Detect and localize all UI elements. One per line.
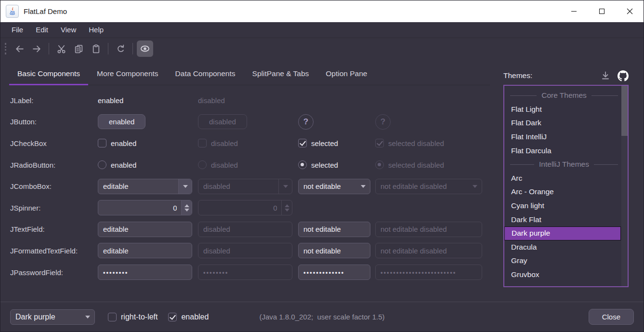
jcombobox-row-label: JComboBox: xyxy=(9,182,98,190)
combobox-disabled: disabled xyxy=(198,179,292,194)
java-app-icon xyxy=(6,5,19,18)
theme-item-selected[interactable]: Dark purple xyxy=(504,226,621,240)
enabled-checkbox[interactable] xyxy=(168,313,177,321)
titlebar: FlatLaf Demo xyxy=(0,0,644,22)
radio-selected[interactable] xyxy=(298,160,307,169)
password-field-not-editable-disabled xyxy=(375,265,482,280)
right-to-left-checkbox[interactable] xyxy=(108,313,117,321)
scissors-icon xyxy=(56,44,66,54)
refresh-icon xyxy=(116,44,126,54)
radio-disabled xyxy=(198,160,207,169)
app-window: FlatLaf Demo File Edit View Help xyxy=(0,0,644,332)
help-button-disabled: ? xyxy=(375,114,391,130)
components-panel: Basic Components More Components Data Co… xyxy=(9,59,490,302)
close-button[interactable]: Close xyxy=(589,309,634,325)
disabled-button: disabled xyxy=(198,114,247,129)
combobox-not-editable[interactable]: not editable xyxy=(298,179,370,194)
theme-item[interactable]: Flat Dark xyxy=(504,116,621,130)
theme-item[interactable]: Arc - Orange xyxy=(504,185,621,199)
theme-item[interactable]: Dracula xyxy=(504,240,621,254)
jlabel-row-label: JLabel: xyxy=(9,96,98,105)
forward-button[interactable] xyxy=(28,40,45,57)
menu-edit[interactable]: Edit xyxy=(29,22,54,38)
components-grid: JLabel: enabled disabled JButton: enable… xyxy=(9,90,490,283)
theme-item[interactable]: Gray xyxy=(504,254,621,268)
formatted-textfield-not-editable-disabled xyxy=(375,243,482,258)
eye-icon xyxy=(140,43,150,54)
jbutton-row-label: JButton: xyxy=(9,118,98,126)
theme-group-core: Core Themes xyxy=(504,89,621,103)
minimize-button[interactable] xyxy=(560,0,588,22)
password-field-disabled xyxy=(198,265,292,280)
theme-item[interactable]: Flat Light xyxy=(504,103,621,117)
show-details-toggle[interactable] xyxy=(137,40,153,57)
tab-basic-components[interactable]: Basic Components xyxy=(9,69,88,85)
password-field-not-editable[interactable] xyxy=(298,265,370,280)
formatted-textfield-disabled xyxy=(198,243,292,258)
theme-combobox[interactable]: Dark purple xyxy=(10,309,95,325)
theme-item[interactable]: Arc xyxy=(504,172,621,186)
theme-item[interactable]: Gruvbox xyxy=(504,268,621,282)
jpasswordfield-row-label: JPasswordField: xyxy=(9,268,98,277)
footer-bar: (Java 1.8.0_202; user scale factor 1.5) … xyxy=(0,302,644,332)
theme-item[interactable]: Cyan light xyxy=(504,199,621,213)
spinner-disabled xyxy=(198,200,292,215)
window-controls xyxy=(560,0,644,22)
forward-arrow-icon xyxy=(32,44,42,54)
radio-enabled[interactable] xyxy=(98,160,106,169)
help-button[interactable]: ? xyxy=(298,114,314,130)
tab-splitpane-tabs[interactable]: SplitPane & Tabs xyxy=(244,69,317,85)
textfield-not-editable-disabled xyxy=(375,222,482,237)
toolbar-separator xyxy=(108,43,108,54)
chevron-down-icon xyxy=(283,185,288,188)
checkbox-selected[interactable] xyxy=(298,139,307,147)
toolbar-separator xyxy=(132,43,133,54)
toolbar-separator xyxy=(49,43,49,54)
textfield-editable[interactable] xyxy=(98,222,192,237)
toolbar-grip[interactable] xyxy=(5,43,6,54)
tab-bar: Basic Components More Components Data Co… xyxy=(9,69,490,85)
tab-more-components[interactable]: More Components xyxy=(89,69,167,85)
copy-button[interactable] xyxy=(70,40,87,57)
toolbar xyxy=(0,38,644,59)
checkbox-selected-disabled xyxy=(375,139,384,147)
spinner-value[interactable] xyxy=(98,200,181,215)
theme-item[interactable]: Flat Darcula xyxy=(504,144,621,158)
maximize-button[interactable] xyxy=(588,0,616,22)
java-info-text: (Java 1.8.0_202; user scale factor 1.5) xyxy=(0,313,644,321)
spinner-up-icon[interactable] xyxy=(184,204,189,207)
spinner-down-icon[interactable] xyxy=(184,209,189,212)
spinner-enabled[interactable] xyxy=(98,200,192,215)
theme-item[interactable]: Dark Flat xyxy=(504,212,621,226)
formatted-textfield-editable[interactable] xyxy=(98,243,192,258)
combobox-arrow-button[interactable] xyxy=(178,179,192,194)
back-button[interactable] xyxy=(11,40,27,57)
cut-button[interactable] xyxy=(53,40,69,57)
themes-label: Themes: xyxy=(503,71,532,80)
menu-help[interactable]: Help xyxy=(82,22,110,38)
menu-file[interactable]: File xyxy=(5,22,29,38)
combobox-editable[interactable]: editable xyxy=(98,179,192,194)
tab-data-components[interactable]: Data Components xyxy=(167,69,244,85)
close-window-button[interactable] xyxy=(616,0,644,22)
theme-group-intellij: IntelliJ Themes xyxy=(504,158,621,172)
tab-option-pane[interactable]: Option Pane xyxy=(317,69,375,85)
download-icon[interactable] xyxy=(601,71,610,80)
combobox-not-editable-disabled: not editable disabled xyxy=(375,179,482,194)
github-icon[interactable] xyxy=(618,70,629,81)
scrollbar-thumb[interactable] xyxy=(621,86,628,136)
formatted-textfield-not-editable[interactable] xyxy=(298,243,370,258)
clipboard-icon xyxy=(91,44,101,54)
paste-button[interactable] xyxy=(88,40,104,57)
enabled-button[interactable]: enabled xyxy=(98,114,145,129)
textfield-not-editable[interactable] xyxy=(298,222,370,237)
jlabel-enabled: enabled xyxy=(98,96,123,105)
theme-item[interactable]: Flat IntelliJ xyxy=(504,130,621,144)
menubar: File Edit View Help xyxy=(0,22,644,38)
menu-view[interactable]: View xyxy=(54,22,82,38)
checkbox-enabled[interactable] xyxy=(98,139,106,147)
password-field-editable[interactable] xyxy=(98,265,192,280)
jcheckbox-row-label: JCheckBox xyxy=(9,139,98,147)
refresh-button[interactable] xyxy=(112,40,129,57)
themes-scrollbar[interactable] xyxy=(621,86,628,286)
